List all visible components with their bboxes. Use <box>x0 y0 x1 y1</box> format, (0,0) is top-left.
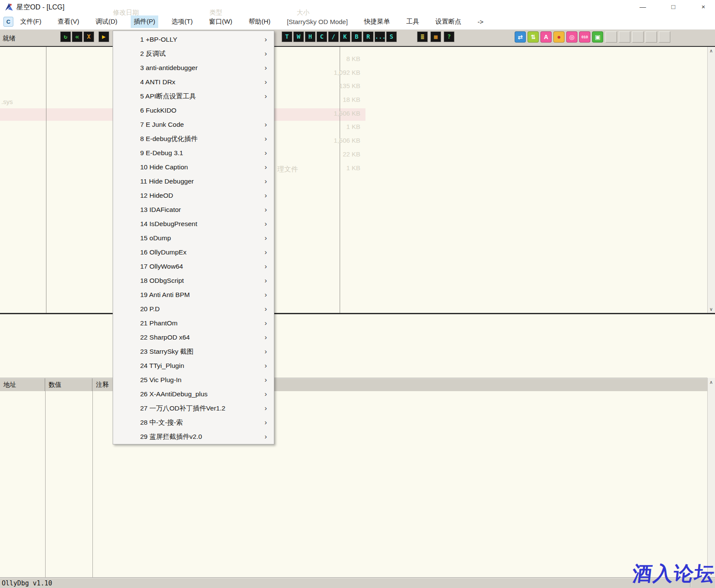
plugin-menu-item[interactable]: 8 E-debug优化插件 › <box>113 132 274 146</box>
red-ball-icon-button[interactable]: ● <box>553 31 565 43</box>
plugin-menu-item-label: 15 oDump <box>140 234 171 242</box>
empty-toolbar-slot <box>605 31 617 43</box>
target-icon-button[interactable]: ◎ <box>566 31 577 43</box>
toolbar-letter-button[interactable]: S <box>386 31 397 42</box>
toolbar: 就绪 ↻ « X ▶ TWHC/KBR...S ≣ ▦ ? ⇄ ⇅ A ● ◎ … <box>0 29 715 46</box>
plugin-menu-item[interactable]: 23 StarrySky 截图 › <box>113 344 274 358</box>
swap-arrows-icon-button[interactable]: ⇄ <box>515 31 526 43</box>
maximize-button[interactable]: □ <box>663 0 683 14</box>
list-view-button[interactable]: ≣ <box>417 31 428 42</box>
bottom-panel-body <box>0 391 707 577</box>
help-button[interactable]: ? <box>444 31 454 42</box>
toolbar-letter-button[interactable]: W <box>293 31 304 42</box>
menu-starrysky-mode[interactable]: [StarrySky OD Mode] <box>284 16 351 28</box>
plugin-menu-item[interactable]: 20 P.D › <box>113 302 274 316</box>
plugin-menu-item[interactable]: 6 FuckKIDO › <box>113 103 274 117</box>
plugin-menu-item[interactable]: 10 Hide Caption › <box>113 160 274 174</box>
plugin-menu-item[interactable]: 7 E Junk Code › <box>113 117 274 132</box>
plugin-menu-item[interactable]: 17 OllyWow64 › <box>113 259 274 273</box>
plugin-menu-item[interactable]: 11 Hide Debugger › <box>113 174 274 188</box>
plugin-menu-item-label: 24 TTyi_Plugin <box>140 362 184 369</box>
menu-set-breakpoint[interactable]: 设置断点 <box>433 15 464 28</box>
plugin-menu-item[interactable]: 26 X-AAntiDebug_plus › <box>113 387 274 401</box>
plugin-menu-item[interactable]: 16 OllyDumpEx › <box>113 245 274 259</box>
toolbar-letter-button[interactable]: H <box>305 31 316 42</box>
plugin-menu-item-label: 9 E-Debug 3.1 <box>140 149 183 156</box>
menu-help[interactable]: 帮助(H) <box>245 15 273 28</box>
toolbar-letter-button[interactable]: ... <box>374 31 385 42</box>
step-back-button[interactable]: « <box>72 31 83 42</box>
plugin-menu-item[interactable]: 13 IDAFicator › <box>113 202 274 217</box>
plugins-dropdown-menu: 1 +BP-OLLY › 2 反调试 › 3 anti-antidebugger… <box>113 31 274 444</box>
grid-view-button[interactable]: ▦ <box>430 31 441 42</box>
plugin-menu-item-label: 13 IDAFicator <box>140 206 181 213</box>
ghost-sys-filename: .sys <box>1 98 13 105</box>
plugin-menu-item[interactable]: 28 中-文-搜-索 › <box>113 415 274 429</box>
menu-debug[interactable]: 调试(D) <box>92 15 120 28</box>
toolbar-letter-button[interactable]: / <box>328 31 339 42</box>
menu-window[interactable]: 窗口(W) <box>206 15 235 28</box>
plugin-menu-item-label: 6 FuckKIDO <box>140 107 176 114</box>
binary-010-icon-button[interactable]: 010 <box>579 31 590 43</box>
plugin-menu-item[interactable]: 22 SharpOD x64 › <box>113 330 274 344</box>
menu-quick-menu[interactable]: 快捷菜单 <box>361 15 393 28</box>
plugin-menu-item[interactable]: 14 IsDebugPresent › <box>113 217 274 231</box>
submenu-chevron-icon: › <box>263 188 269 202</box>
panel-separator <box>0 313 715 314</box>
close-button[interactable]: × <box>694 0 713 14</box>
run-button[interactable]: ▶ <box>98 31 109 42</box>
plugin-menu-item[interactable]: 4 ANTI DRx › <box>113 75 274 89</box>
plugin-menu-item-label: 20 P.D <box>140 305 160 312</box>
status-ready-label: 就绪 <box>3 34 15 43</box>
submenu-chevron-icon: › <box>263 259 269 273</box>
letter-a-icon-button[interactable]: A <box>540 31 552 43</box>
updown-arrows-icon-button[interactable]: ⇅ <box>528 31 539 43</box>
plugin-menu-item[interactable]: 5 API断点设置工具 › <box>113 89 274 103</box>
plugin-menu-item[interactable]: 24 TTyi_Plugin › <box>113 358 274 373</box>
plugin-menu-item[interactable]: 19 Anti Anti BPM › <box>113 288 274 302</box>
toolbar-letter-button[interactable]: T <box>282 31 292 42</box>
close-process-button[interactable]: X <box>83 31 94 42</box>
menu-file[interactable]: 文件(F) <box>17 15 44 28</box>
plugin-menu-item[interactable]: 3 anti-antidebugger › <box>113 61 274 75</box>
plugin-menu-item[interactable]: 29 蓝屏拦截插件v2.0 › <box>113 429 274 444</box>
menu-plugins[interactable]: 插件(P) <box>131 15 158 28</box>
empty-toolbar-slot <box>632 31 644 43</box>
toolbar-letter-button[interactable]: B <box>351 31 362 42</box>
plugin-menu-item[interactable]: 15 oDump › <box>113 231 274 245</box>
toolbar-letter-button[interactable]: C <box>316 31 327 42</box>
minimize-button[interactable]: — <box>633 0 653 14</box>
top-panel-scrollbar[interactable] <box>707 47 715 313</box>
submenu-chevron-icon: › <box>263 302 269 316</box>
plugin-menu-item[interactable]: 1 +BP-OLLY › <box>113 32 274 46</box>
toolbar-letter-button[interactable]: R <box>363 31 374 42</box>
menu-view[interactable]: 查看(V) <box>55 15 82 28</box>
submenu-chevron-icon: › <box>263 401 269 415</box>
plugin-menu-item[interactable]: 18 ODbgScript › <box>113 273 274 288</box>
plugin-menu-item[interactable]: 12 HideOD › <box>113 188 274 202</box>
scroll-up-icon[interactable]: ∧ <box>707 47 715 55</box>
menu-items: 文件(F) 查看(V) 调试(D) 插件(P) 选项(T) 窗口(W) 帮助(H… <box>17 14 487 29</box>
submenu-chevron-icon: › <box>263 316 269 330</box>
restart-button[interactable]: ↻ <box>60 31 71 42</box>
bottom-panel-scrollbar[interactable] <box>707 378 715 577</box>
menu-arrow[interactable]: -> <box>475 16 487 28</box>
toolbar-view-group: ≣ ▦ ? <box>417 31 454 42</box>
submenu-chevron-icon: › <box>263 75 269 89</box>
document-icon[interactable]: C <box>3 17 13 27</box>
submenu-chevron-icon: › <box>263 89 269 103</box>
plugin-menu-item[interactable]: 27 一万八OD补丁插件Ver1.2 › <box>113 401 274 415</box>
plugin-menu-item[interactable]: 21 PhantOm › <box>113 316 274 330</box>
monitor-icon-button[interactable]: ▣ <box>592 31 603 43</box>
plugin-menu-item[interactable]: 25 Vic Plug-In › <box>113 373 274 387</box>
submenu-chevron-icon: › <box>263 288 269 302</box>
scroll-down-icon[interactable]: ∨ <box>707 305 715 313</box>
scroll-up-icon[interactable]: ∧ <box>707 378 715 386</box>
plugin-menu-item[interactable]: 2 反调试 › <box>113 46 274 61</box>
menu-tools[interactable]: 工具 <box>403 15 422 28</box>
submenu-chevron-icon: › <box>263 32 269 46</box>
toolbar-letter-button[interactable]: K <box>340 31 350 42</box>
plugin-menu-item[interactable]: 9 E-Debug 3.1 › <box>113 146 274 160</box>
menu-options[interactable]: 选项(T) <box>169 15 196 28</box>
statusbar-version-text: OllyDbg v1.10 <box>2 579 52 587</box>
